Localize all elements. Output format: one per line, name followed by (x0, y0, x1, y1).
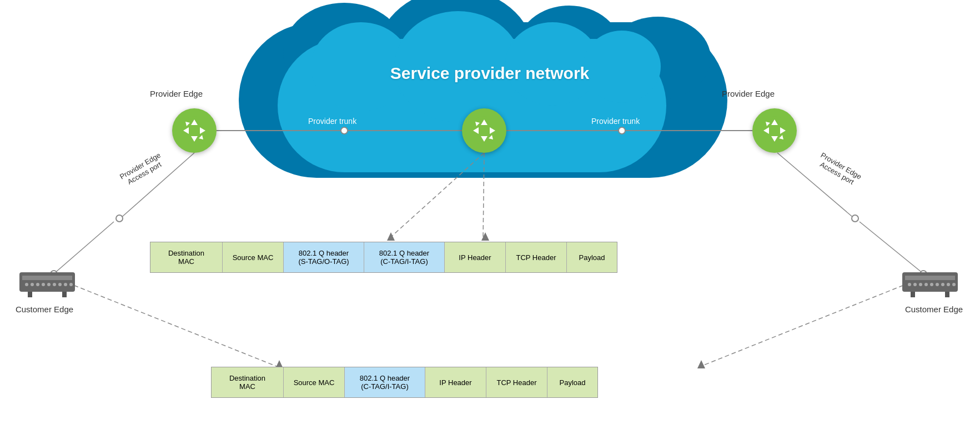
access-port-label-left: Provider EdgeAccess port (118, 151, 166, 188)
router-right (752, 108, 797, 153)
packet-cell-payload-bot: Payload (547, 367, 597, 397)
svg-point-64 (952, 283, 956, 286)
packet-cell-dest-mac-top: DestinationMAC (150, 242, 223, 272)
svg-line-10 (860, 222, 922, 272)
customer-edge-label-right: Customer Edge (895, 305, 973, 314)
svg-point-61 (936, 283, 939, 286)
svg-rect-53 (62, 292, 67, 297)
packet-cell-ip-bot: IP Header (425, 367, 486, 397)
packet-cell-tcp-bot: TCP Header (486, 367, 547, 397)
svg-line-17 (700, 277, 923, 367)
svg-line-16 (54, 277, 278, 367)
svg-point-51 (69, 283, 73, 286)
packet-cell-src-mac-top: Source MAC (223, 242, 284, 272)
svg-point-46 (42, 283, 45, 286)
svg-line-8 (56, 222, 114, 272)
provider-edge-label-left: Provider Edge (150, 89, 203, 98)
svg-rect-41 (19, 272, 75, 292)
packet-cell-ip-top: IP Header (445, 242, 506, 272)
svg-point-60 (930, 283, 933, 286)
svg-point-58 (919, 283, 922, 286)
svg-rect-55 (905, 276, 955, 280)
packet-frame-bottom: DestinationMAC Source MAC 802.1 Q header… (211, 367, 598, 398)
provider-trunk-label-right: Provider trunk (591, 117, 640, 126)
svg-point-7 (852, 215, 858, 222)
svg-point-47 (47, 283, 51, 286)
svg-point-63 (947, 283, 950, 286)
packet-frame-top: DestinationMAC Source MAC 802.1 Q header… (150, 242, 617, 273)
svg-point-5 (116, 215, 123, 222)
svg-point-59 (924, 283, 928, 286)
svg-rect-65 (911, 292, 915, 297)
svg-point-62 (941, 283, 944, 286)
packet-cell-src-mac-bot: Source MAC (284, 367, 345, 397)
packet-cell-ctag-top: 802.1 Q header(C-TAG/I-TAG) (364, 242, 445, 272)
router-center (462, 108, 506, 153)
packet-cell-payload-top: Payload (567, 242, 617, 272)
customer-edge-device-left (17, 267, 78, 302)
svg-point-50 (64, 283, 67, 286)
svg-rect-54 (902, 272, 958, 292)
svg-marker-15 (481, 232, 489, 241)
packet-cell-tcp-top: TCP Header (506, 242, 567, 272)
packet-cell-dest-mac-bot: DestinationMAC (212, 367, 284, 397)
svg-rect-52 (28, 292, 32, 297)
provider-edge-label-right: Provider Edge (722, 89, 775, 98)
svg-point-48 (53, 283, 56, 286)
svg-point-45 (36, 283, 39, 286)
svg-rect-66 (945, 292, 949, 297)
router-left (172, 108, 217, 153)
svg-marker-14 (387, 232, 395, 241)
svg-point-56 (908, 283, 911, 286)
access-port-label-right: Provider EdgeAccess port (815, 151, 863, 188)
svg-point-44 (31, 283, 34, 286)
svg-rect-42 (22, 276, 72, 280)
packet-cell-stag-top: 802.1 Q header(S-TAG/O-TAG) (284, 242, 364, 272)
cloud-container (239, 0, 738, 194)
svg-point-49 (58, 283, 62, 286)
packet-cell-ctag-bot: 802.1 Q header(C-TAG/I-TAG) (345, 367, 425, 397)
cloud-title: Service provider network (390, 64, 589, 83)
svg-point-57 (913, 283, 917, 286)
provider-trunk-label-left: Provider trunk (308, 117, 356, 126)
svg-marker-19 (697, 360, 705, 368)
customer-edge-device-right (899, 267, 961, 302)
customer-edge-label-left: Customer Edge (11, 305, 78, 314)
svg-point-43 (25, 283, 28, 286)
